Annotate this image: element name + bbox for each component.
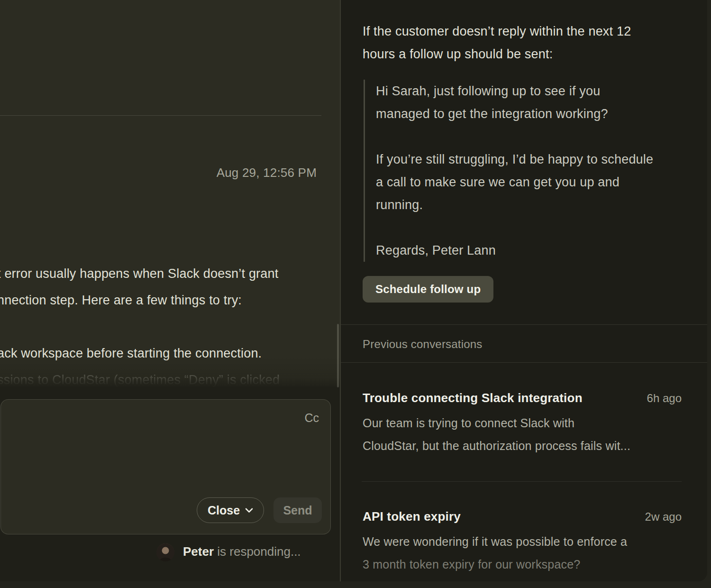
conversation-time: 2w ago: [645, 510, 682, 524]
conversation-preview-line: Our team is trying to connect Slack with: [363, 412, 630, 434]
conversation-title: API token expiry: [363, 509, 461, 524]
typing-text: Peter is responding...: [183, 544, 301, 559]
section-divider: [341, 362, 707, 363]
conversation-list-item[interactable]: API token expiry 2w ago We were wonderin…: [341, 503, 707, 581]
close-button[interactable]: Close: [197, 497, 264, 523]
customer-message-line: nnection step. Here are a few things to …: [0, 293, 340, 308]
customer-message-line: ssions to CloudStar (sometimes “Deny” is…: [0, 373, 340, 387]
quote-line: [376, 216, 689, 239]
suggested-reply-quote: Hi Sarah, just following up to see if yo…: [364, 80, 689, 262]
quote-line: managed to get the integration working?: [376, 102, 689, 125]
quote-line: Regards, Peter Lann: [376, 239, 689, 262]
send-button[interactable]: Send: [273, 497, 322, 523]
agent-avatar: [156, 543, 174, 561]
close-button-label: Close: [208, 504, 240, 517]
quote-line: running.: [376, 193, 689, 216]
message-group-divider: [0, 115, 321, 116]
conversation-time: 6h ago: [647, 392, 682, 405]
cc-button[interactable]: Cc: [304, 411, 319, 425]
conversation-preview-line: We were wondering if it was possible to …: [363, 530, 627, 553]
app-card: Aug 29, 12:56 PM t error usually happens…: [0, 0, 707, 581]
conversation-list-item[interactable]: Trouble connecting Slack integration 6h …: [341, 384, 707, 469]
conversation-preview-line: CloudStar, but the authorization process…: [363, 434, 630, 457]
details-panel: If the customer doesn’t reply within the…: [341, 0, 707, 581]
item-divider: [362, 481, 682, 482]
customer-message-line: t error usually happens when Slack doesn…: [0, 266, 340, 281]
typing-indicator: Peter is responding...: [0, 542, 332, 563]
scrollbar-thumb[interactable]: [337, 324, 339, 387]
reply-compose-box[interactable]: Cc Close Send: [0, 399, 331, 534]
quote-line: If you’re still struggling, I’d be happy…: [376, 148, 689, 171]
followup-note: If the customer doesn’t reply within the…: [363, 20, 631, 65]
customer-message-line: ack workspace before starting the connec…: [0, 346, 340, 361]
schedule-followup-button[interactable]: Schedule follow up: [363, 276, 493, 303]
quote-line: a call to make sure we can get you up an…: [376, 171, 689, 193]
previous-conversations-header: Previous conversations: [363, 338, 483, 351]
conversation-preview-line: 3 month token expiry for our workspace?: [363, 553, 627, 576]
typing-agent-name: Peter: [183, 544, 214, 559]
conversation-panel: Aug 29, 12:56 PM t error usually happens…: [0, 0, 340, 581]
conversation-preview: We were wondering if it was possible to …: [363, 530, 627, 576]
conversation-title: Trouble connecting Slack integration: [363, 391, 583, 405]
quote-line: Hi Sarah, just following up to see if yo…: [376, 80, 689, 102]
followup-note-line: If the customer doesn’t reply within the…: [363, 20, 631, 43]
section-divider: [341, 324, 707, 325]
conversation-preview: Our team is trying to connect Slack with…: [363, 412, 630, 457]
quote-line: [376, 125, 689, 148]
chevron-down-icon: [245, 508, 253, 513]
message-timestamp: Aug 29, 12:56 PM: [217, 165, 317, 180]
typing-status: is responding...: [214, 544, 301, 559]
followup-note-line: hours a follow up should be sent:: [363, 43, 631, 65]
